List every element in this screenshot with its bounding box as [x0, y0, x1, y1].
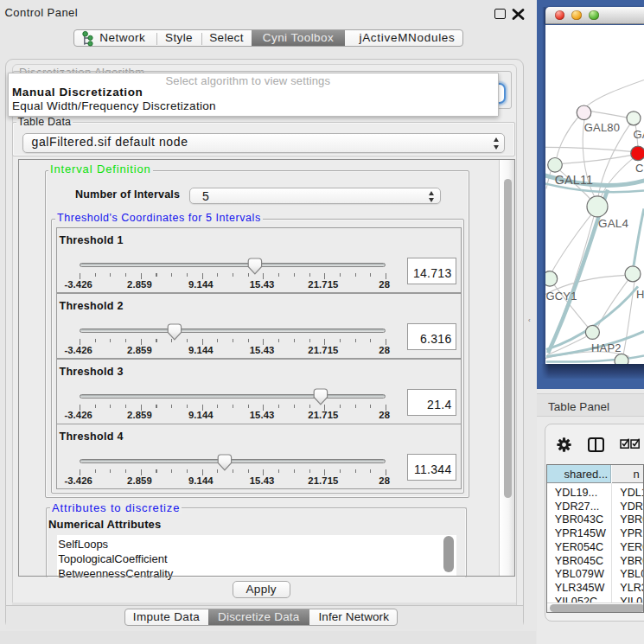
- svg-text:GAL4: GAL4: [598, 216, 629, 229]
- svg-text:H: H: [636, 287, 644, 300]
- svg-text:HAP2: HAP2: [591, 341, 622, 354]
- svg-text:GA: GA: [633, 127, 644, 140]
- svg-text:GAL80: GAL80: [584, 120, 620, 133]
- svg-text:GAL11: GAL11: [555, 172, 593, 186]
- svg-text:C: C: [635, 161, 644, 174]
- svg-text:GCY1: GCY1: [546, 289, 577, 302]
